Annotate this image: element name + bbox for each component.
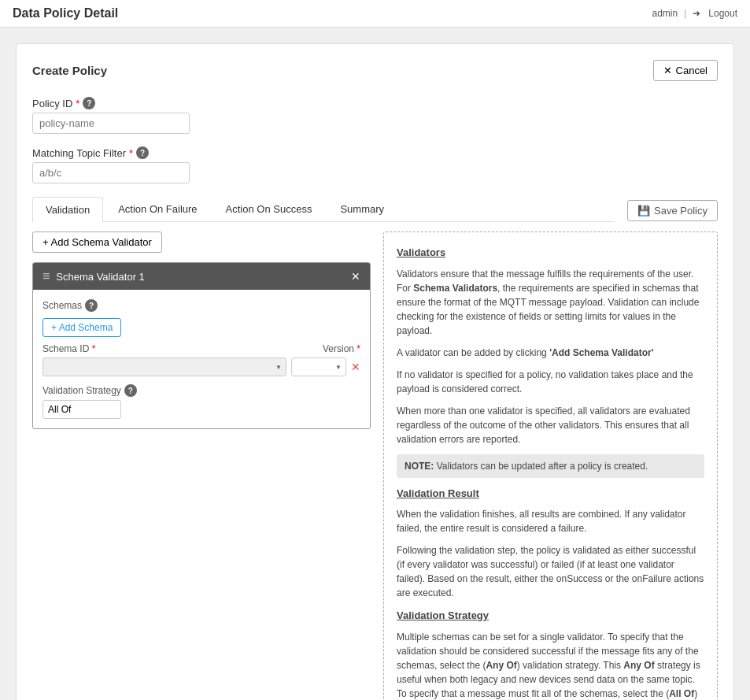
admin-label: admin [652,8,678,19]
version-header: Version * [323,343,360,354]
separator: | [684,8,686,19]
cancel-x-icon: ✕ [663,65,672,76]
tab-summary-label: Summary [340,203,384,215]
logout-link[interactable]: Logout [708,8,737,19]
schema-validator-card: ≡ Schema Validator 1 ✕ Schemas ? + Add S… [32,262,371,429]
validators-p4: When more than one validator is specifie… [397,404,704,446]
validation-strategy-label: Validation Strategy [42,385,121,396]
validation-strategy-group: Validation Strategy ? All Of [42,384,360,419]
schemas-label: Schemas [42,300,82,311]
version-select[interactable] [291,357,346,376]
add-schema-label: + Add Schema [51,322,113,333]
result-p1: When the validation finishes, all result… [397,507,704,535]
schema-id-header: Schema ID * [42,343,316,354]
right-panel: Validators Validators ensure that the me… [383,231,718,700]
validators-p1: Validators ensure that the message fulfi… [397,267,704,338]
schema-fields-row: ✕ [42,357,360,376]
logout-arrow-icon: ➜ [693,8,700,19]
close-validator-button[interactable]: ✕ [351,270,360,283]
validators-heading: Validators [397,245,704,261]
create-policy-card: Create Policy ✕ Cancel Policy ID * ? Mat… [16,43,734,700]
matching-topic-label-row: Matching Topic Filter * ? [32,146,718,159]
tab-content: + Add Schema Validator ≡ Schema Validato… [32,231,718,700]
drag-handle-icon[interactable]: ≡ [42,269,50,283]
save-policy-button[interactable]: 💾 Save Policy [627,200,718,221]
validation-strategy-heading: Validation Strategy [397,608,704,624]
note-label: NOTE: [405,461,434,472]
page-title: Data Policy Detail [13,6,118,20]
tab-action-on-failure-label: Action On Failure [118,203,197,215]
tab-validation[interactable]: Validation [32,197,103,222]
save-policy-label: Save Policy [654,205,708,217]
validation-strategy-label-row: Validation Strategy ? [42,384,360,397]
schema-validator-header-left: ≡ Schema Validator 1 [42,269,145,283]
tab-summary[interactable]: Summary [327,196,397,221]
policy-id-help-icon[interactable]: ? [83,97,95,109]
save-icon: 💾 [637,205,650,217]
schemas-help-icon[interactable]: ? [85,299,98,312]
tab-action-on-success-label: Action On Success [226,203,312,215]
validators-p3: If no validator is specified for a polic… [397,368,704,396]
strategy-p1: Multiple schemas can be set for a single… [397,630,704,701]
policy-id-label-row: Policy ID * ? [32,97,718,109]
tab-action-on-success[interactable]: Action On Success [212,196,326,221]
tab-validation-label: Validation [46,204,90,216]
note-box: NOTE: Validators can be updated after a … [397,454,704,478]
matching-topic-label: Matching Topic Filter [32,147,126,159]
policy-id-group: Policy ID * ? [32,97,718,134]
matching-topic-help-icon[interactable]: ? [136,146,149,159]
add-schema-button[interactable]: + Add Schema [42,318,121,337]
version-select-wrapper [291,357,346,376]
cancel-label: Cancel [676,65,708,76]
result-p2: Following the validation step, the polic… [397,543,704,600]
tab-action-on-failure[interactable]: Action On Failure [105,196,210,221]
schema-validator-title: Schema Validator 1 [56,271,145,283]
add-schema-validator-button[interactable]: + Add Schema Validator [32,231,162,253]
policy-id-label: Policy ID [32,98,72,109]
validation-result-heading: Validation Result [397,486,704,502]
schemas-label-row: Schemas ? [42,299,360,312]
delete-schema-button[interactable]: ✕ [351,361,360,373]
policy-id-required: * [76,98,79,109]
card-header: Create Policy ✕ Cancel [32,60,718,81]
matching-topic-group: Matching Topic Filter * ? [32,146,718,183]
card-title: Create Policy [32,64,107,77]
validation-strategy-help-icon[interactable]: ? [124,384,137,397]
tabs-container: Validation Action On Failure Action On S… [32,196,615,222]
schema-id-select-wrapper [42,357,286,376]
schema-validator-header: ≡ Schema Validator 1 ✕ [33,263,370,290]
validation-strategy-input[interactable]: All Of [42,400,121,419]
validators-p2: A validator can be added by clicking 'Ad… [397,346,704,360]
left-panel: + Add Schema Validator ≡ Schema Validato… [32,231,371,700]
matching-topic-required: * [129,147,133,159]
policy-id-input[interactable] [32,113,190,134]
schema-validator-body: Schemas ? + Add Schema Schema ID * [33,290,370,428]
note-text: Validators can be updated after a policy… [437,461,648,472]
matching-topic-input[interactable] [32,162,190,183]
schema-fields-header: Schema ID * Version * [42,343,360,354]
top-bar: Data Policy Detail admin | ➜ Logout [0,0,750,28]
top-bar-right: admin | ➜ Logout [652,8,737,19]
add-validator-label: + Add Schema Validator [42,236,152,248]
cancel-button[interactable]: ✕ Cancel [653,60,718,81]
main-content: Create Policy ✕ Cancel Policy ID * ? Mat… [0,28,750,700]
schema-id-select[interactable] [42,357,286,376]
